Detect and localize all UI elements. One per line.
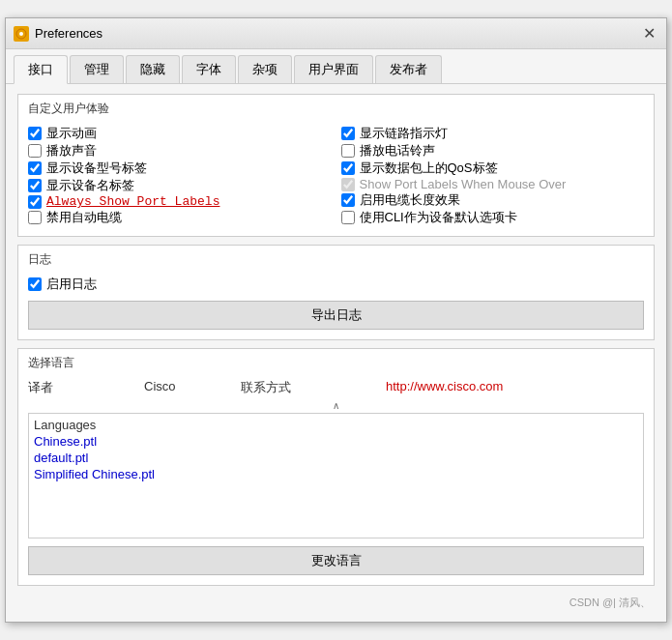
checkbox-sound[interactable] — [28, 144, 42, 158]
checkbox-animation[interactable] — [28, 127, 42, 140]
checkbox-mouse-over-label[interactable]: Show Port Labels When Mouse Over — [360, 177, 567, 191]
tab-font[interactable]: 字体 — [182, 55, 236, 83]
tab-hidden[interactable]: 隐藏 — [126, 55, 180, 83]
checkbox-autocable[interactable] — [28, 211, 42, 224]
checkbox-row-autocable: 禁用自动电缆 — [28, 209, 332, 226]
lang-item-chinese[interactable]: Chinese.ptl — [32, 433, 640, 450]
log-section: 日志 启用日志 导出日志 — [17, 245, 655, 340]
svg-point-1 — [19, 32, 23, 36]
checkbox-qos[interactable] — [341, 161, 355, 175]
checkbox-model[interactable] — [28, 161, 42, 175]
app-icon — [14, 26, 29, 42]
checkbox-phone-ring[interactable] — [341, 144, 355, 158]
export-log-button[interactable]: 导出日志 — [28, 301, 644, 330]
checkbox-animation-label[interactable]: 显示动画 — [46, 125, 97, 142]
checkbox-sound-label[interactable]: 播放声音 — [46, 142, 97, 160]
checkbox-row-cable-length: 启用电缆长度效果 — [341, 191, 645, 209]
checkbox-model-label[interactable]: 显示设备型号标签 — [46, 160, 147, 177]
window-title: Preferences — [35, 26, 102, 41]
checkbox-row-enable-log: 启用日志 — [28, 276, 644, 293]
checkbox-link-indicator-label[interactable]: 显示链路指示灯 — [360, 125, 448, 142]
tab-ui[interactable]: 用户界面 — [294, 55, 373, 83]
checkbox-cli[interactable] — [341, 211, 355, 224]
checkbox-devname[interactable] — [28, 179, 42, 192]
checkbox-row-mouse-over: Show Port Labels When Mouse Over — [341, 177, 645, 191]
checkbox-enable-log-label[interactable]: 启用日志 — [46, 276, 97, 293]
lang-item-simplified[interactable]: Simplified Chinese.ptl — [32, 466, 640, 482]
checkbox-grid: 显示动画 播放声音 显示设备型号标签 显示设备名标签 — [28, 125, 644, 226]
checkbox-right-col: 显示链路指示灯 播放电话铃声 显示数据包上的QoS标签 Show Port La… — [341, 125, 645, 226]
checkbox-row-cli: 使用CLI作为设备默认选项卡 — [341, 209, 645, 226]
checkbox-row-devname: 显示设备名标签 — [28, 177, 332, 194]
log-title: 日志 — [28, 251, 644, 268]
checkbox-link-indicator[interactable] — [341, 127, 355, 140]
checkbox-row-animation: 显示动画 — [28, 125, 332, 142]
tab-misc[interactable]: 杂项 — [238, 55, 292, 83]
lang-section: 选择语言 译者 Cisco 联系方式 http://www.cisco.com … — [17, 348, 655, 586]
lang-list[interactable]: Languages Chinese.ptl default.ptl Simpli… — [28, 413, 644, 538]
lang-col-link[interactable]: http://www.cisco.com — [386, 379, 644, 396]
lang-col-contact: 联系方式 — [241, 379, 386, 396]
scroll-indicator: ∧ — [28, 400, 644, 411]
customize-section: 自定义用户体验 显示动画 播放声音 显示设备型号标签 — [17, 94, 655, 237]
checkbox-portlabels-label[interactable]: Always Show Port Labels — [46, 194, 219, 209]
checkbox-row-phone-ring: 播放电话铃声 — [341, 142, 645, 160]
change-lang-button[interactable]: 更改语言 — [28, 546, 644, 575]
checkbox-enable-log[interactable] — [28, 277, 42, 291]
tab-bar: 接口 管理 隐藏 字体 杂项 用户界面 发布者 — [6, 49, 666, 84]
tab-interface[interactable]: 接口 — [14, 55, 68, 84]
lang-header: 译者 Cisco 联系方式 http://www.cisco.com — [28, 379, 644, 396]
checkbox-cable-length[interactable] — [341, 193, 355, 207]
checkbox-row-portlabels: Always Show Port Labels — [28, 194, 332, 209]
lang-col-translator: 译者 — [28, 379, 144, 396]
lang-item-languages[interactable]: Languages — [32, 417, 640, 433]
checkbox-portlabels[interactable] — [28, 195, 42, 209]
lang-title: 选择语言 — [28, 355, 644, 371]
title-bar: Preferences ✕ — [6, 18, 666, 49]
tab-management[interactable]: 管理 — [70, 55, 124, 83]
title-bar-left: Preferences — [14, 26, 102, 42]
watermark: CSDN @| 清风、 — [17, 594, 655, 612]
checkbox-qos-label[interactable]: 显示数据包上的QoS标签 — [360, 160, 498, 177]
tab-publisher[interactable]: 发布者 — [375, 55, 442, 83]
checkbox-cable-length-label[interactable]: 启用电缆长度效果 — [360, 191, 460, 209]
lang-col-cisco: Cisco — [144, 379, 241, 396]
checkbox-left-col: 显示动画 播放声音 显示设备型号标签 显示设备名标签 — [28, 125, 332, 226]
checkbox-row-sound: 播放声音 — [28, 142, 332, 160]
content-area: 自定义用户体验 显示动画 播放声音 显示设备型号标签 — [6, 84, 666, 622]
close-button[interactable]: ✕ — [639, 24, 658, 44]
checkbox-row-link-indicator: 显示链路指示灯 — [341, 125, 645, 142]
preferences-window: Preferences ✕ 接口 管理 隐藏 字体 杂项 用户界面 发布者 自定… — [5, 17, 667, 623]
lang-item-default[interactable]: default.ptl — [32, 450, 640, 466]
checkbox-devname-label[interactable]: 显示设备名标签 — [46, 177, 134, 194]
checkbox-row-model: 显示设备型号标签 — [28, 160, 332, 177]
checkbox-phone-ring-label[interactable]: 播放电话铃声 — [360, 142, 435, 160]
checkbox-autocable-label[interactable]: 禁用自动电缆 — [46, 209, 122, 226]
customize-title: 自定义用户体验 — [28, 101, 644, 117]
checkbox-row-qos: 显示数据包上的QoS标签 — [341, 160, 645, 177]
checkbox-cli-label[interactable]: 使用CLI作为设备默认选项卡 — [360, 209, 517, 226]
checkbox-mouse-over[interactable] — [341, 178, 355, 191]
